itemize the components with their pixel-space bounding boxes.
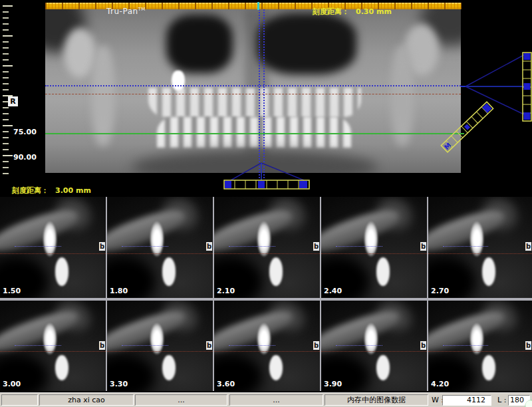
scale-value: 3.00 mm — [55, 186, 91, 195]
slice-thumbnail-3.90[interactable]: b 3.90 — [321, 301, 427, 391]
slice-depth-label: 3.30 — [108, 380, 130, 390]
buccal-marker: b — [206, 341, 212, 350]
ruler-handle-bottom[interactable] — [524, 112, 531, 120]
slice-guide-line-blue — [15, 246, 61, 247]
slice-thumbnail-3.30[interactable]: b 3.30 — [107, 301, 213, 391]
ruler-handle-center[interactable] — [464, 124, 470, 130]
slice-thumbnail-3.60[interactable]: b 3.60 — [214, 301, 320, 391]
pano-ramus — [391, 46, 414, 146]
pano-chin-shadow — [132, 150, 378, 173]
vertical-segment-ruler[interactable] — [523, 53, 531, 121]
slice-guide-line-red — [428, 253, 532, 254]
pano-cross-guide-right[interactable] — [263, 9, 265, 178]
slice-guide-line-red — [321, 351, 427, 352]
slice-image — [107, 197, 213, 298]
buccal-marker: b — [99, 341, 105, 350]
status-menu-button-1[interactable]: ... — [135, 394, 227, 406]
pano-airway-shadow — [166, 15, 233, 73]
slice-depth-label: 1.50 — [1, 287, 23, 297]
right-orientation-marker: R — [8, 96, 18, 106]
slice-image — [428, 301, 532, 391]
buccal-marker: b — [420, 242, 426, 251]
slice-depth-label: 3.60 — [215, 380, 237, 390]
window-level-label: L : — [497, 396, 506, 404]
pano-airway-shadow — [257, 13, 356, 74]
memory-status-cell: 内存中的图像数据 — [325, 394, 428, 406]
pano-panel: R 75.00 90.00 Tru-PanTM 刻度距离：0.30 mm — [0, 0, 532, 197]
fan-line-top — [466, 55, 525, 86]
slice-guide-line-red — [0, 253, 106, 254]
slice-guide-line-blue — [229, 246, 275, 247]
buccal-marker: b — [525, 341, 531, 350]
slice-image — [321, 197, 427, 298]
buccal-marker: b — [420, 341, 426, 350]
pano-condyle — [64, 28, 96, 78]
slice-image — [321, 301, 427, 391]
slice-guide-line-red — [0, 351, 106, 352]
vertical-ruler — [3, 5, 13, 177]
patient-name-cell[interactable]: zha xi cao — [39, 394, 134, 406]
slice-image — [214, 301, 320, 391]
slice-depth-label: 2.10 — [215, 287, 237, 297]
pano-reference-line[interactable] — [45, 94, 461, 94]
slice-guide-line-blue — [443, 246, 489, 247]
pano-level-line-75[interactable] — [45, 133, 464, 134]
window-width-field[interactable]: 4112 — [442, 395, 491, 406]
slice-guide-line-blue — [229, 345, 275, 346]
scale-value: 0.30 mm — [356, 7, 392, 16]
ruler-handle-top[interactable] — [524, 53, 531, 60]
panoramic-image[interactable] — [45, 9, 461, 173]
ruler-handle-left[interactable] — [225, 181, 231, 188]
slice-thumbnail-4.20[interactable]: b 4.20 — [428, 301, 532, 391]
slice-guide-line-red — [321, 253, 427, 254]
slice-thumbnail-2.40[interactable]: b 2.40 — [321, 197, 427, 298]
scale-cursor-icon[interactable] — [257, 2, 259, 10]
buccal-marker: b — [525, 242, 531, 251]
horizontal-segment-ruler[interactable] — [224, 180, 309, 189]
slice-guide-line-blue — [122, 246, 168, 247]
pano-bright-tooth — [172, 70, 185, 90]
pano-slice-guide-line[interactable] — [45, 85, 461, 86]
slice-guide-line-blue — [443, 345, 489, 346]
slice-depth-label: 2.40 — [323, 287, 344, 297]
buccal-marker: b — [313, 341, 319, 350]
slice-thumbnail-1.80[interactable]: b 1.80 — [107, 197, 213, 298]
buccal-marker: b — [99, 242, 105, 251]
slice-depth-label: 3.00 — [1, 380, 23, 390]
pano-scale-readout: 刻度距离：0.30 mm — [313, 7, 392, 17]
pano-cross-guide-left[interactable] — [259, 9, 260, 178]
ruler-handle-right[interactable] — [299, 181, 307, 188]
cross-section-grid: b 1.50 b 1.80 b 2.10 b 2.40 b 2.70 b 3.0… — [0, 197, 532, 391]
buccal-marker: b — [313, 242, 319, 251]
slice-guide-line-red — [428, 351, 532, 352]
slice-depth-label: 2.70 — [430, 287, 452, 297]
ruler-handle-center[interactable] — [258, 181, 265, 188]
status-menu-button-2[interactable]: ... — [229, 394, 323, 406]
pano-upper-teeth — [148, 88, 361, 117]
slice-guide-line-blue — [336, 246, 382, 247]
slice-thumbnail-1.50[interactable]: b 1.50 — [0, 197, 106, 298]
status-cell-empty — [1, 394, 38, 406]
slice-image — [428, 197, 532, 298]
slice-thumbnail-2.10[interactable]: b 2.10 — [214, 197, 320, 298]
slice-guide-line-red — [107, 351, 213, 352]
pano-ramus — [92, 46, 114, 146]
slice-guide-line-blue — [122, 345, 168, 346]
trupan-logo: Tru-PanTM — [106, 7, 146, 16]
fan-line-bottom — [466, 86, 525, 115]
scale-label: 刻度距离： — [313, 7, 349, 16]
pano-lower-teeth — [157, 117, 351, 148]
slice-guide-line-blue — [336, 345, 382, 346]
ruler-handle-end[interactable] — [482, 103, 491, 113]
slice-thumbnail-3.00[interactable]: b 3.00 — [0, 301, 106, 391]
slice-image — [0, 301, 106, 391]
slice-depth-label: 3.90 — [323, 380, 344, 390]
ruler-handle-mid[interactable] — [524, 83, 531, 90]
slice-guide-line-blue — [15, 345, 61, 346]
trademark-symbol: TM — [138, 7, 146, 12]
slice-guide-line-red — [214, 351, 320, 352]
slice-thumbnail-2.70[interactable]: b 2.70 — [428, 197, 532, 298]
slice-guide-line-red — [107, 253, 213, 254]
buccal-marker: b — [206, 242, 212, 251]
slice-depth-label: 1.80 — [108, 287, 130, 297]
